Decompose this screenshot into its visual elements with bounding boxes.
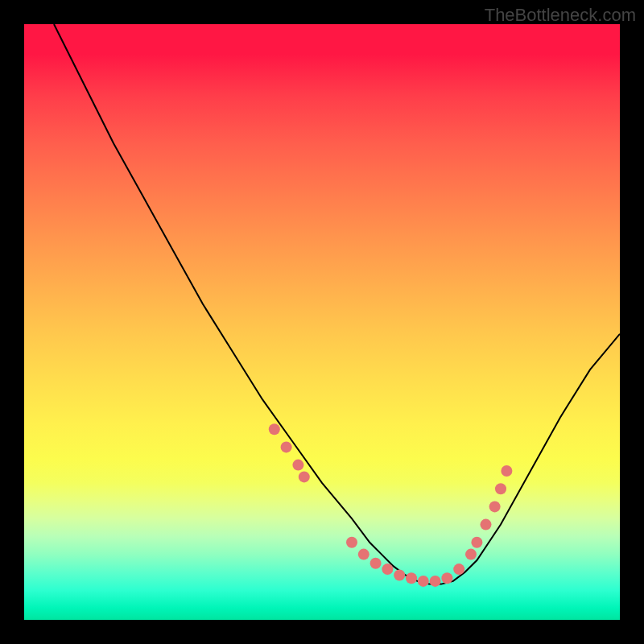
data-point — [382, 564, 393, 575]
data-point — [281, 441, 292, 452]
chart-area — [24, 24, 620, 620]
data-point — [441, 572, 452, 584]
data-point — [358, 549, 369, 560]
data-point — [299, 471, 310, 482]
data-point — [465, 549, 477, 560]
data-point — [406, 572, 417, 584]
data-point — [394, 570, 405, 581]
watermark-text: TheBottleneck.com — [485, 5, 636, 26]
data-point — [489, 501, 501, 512]
data-point — [495, 483, 506, 494]
data-point — [292, 460, 303, 471]
data-point — [501, 465, 512, 477]
data-point — [370, 558, 382, 569]
data-point — [453, 564, 464, 575]
data-point — [481, 519, 492, 530]
data-point — [471, 537, 482, 548]
data-point — [418, 576, 429, 587]
data-point — [430, 576, 441, 587]
data-point — [346, 537, 357, 548]
data-point — [269, 423, 280, 435]
bottleneck-curve-line — [54, 24, 620, 584]
chart-svg — [24, 24, 620, 620]
